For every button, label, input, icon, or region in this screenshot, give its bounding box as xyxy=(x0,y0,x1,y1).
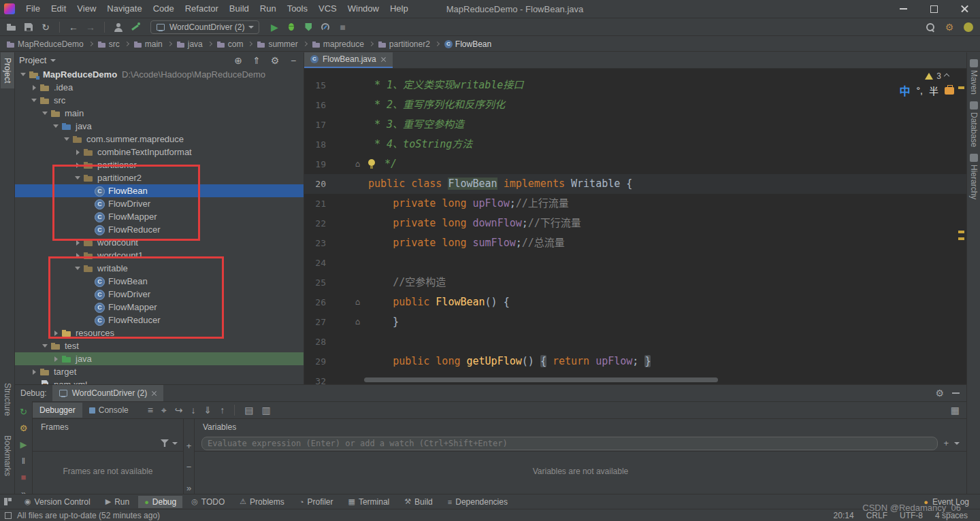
gutter[interactable] xyxy=(326,273,364,292)
evaluate-expression-input[interactable]: Evaluate expression (Enter) or add a wat… xyxy=(201,437,938,450)
expand-arrow-icon[interactable] xyxy=(30,84,38,92)
run-button[interactable]: ▶ xyxy=(268,21,280,33)
menu-vcs[interactable]: VCS xyxy=(313,0,342,18)
breadcrumb-item-src[interactable]: src xyxy=(98,39,120,49)
line-number[interactable]: 27 xyxy=(304,312,326,332)
expand-arrow-icon[interactable] xyxy=(74,174,82,182)
rerun-icon[interactable]: ↻ xyxy=(20,407,27,417)
hide-panel-icon[interactable]: − xyxy=(287,54,299,67)
menu-help[interactable]: Help xyxy=(385,0,414,18)
tree-item-pom-xml[interactable]: pom.xml xyxy=(15,378,304,384)
toolwindow-run[interactable]: ▶Run xyxy=(99,496,135,508)
line-number[interactable]: 26 xyxy=(304,292,326,312)
line-number[interactable]: 21 xyxy=(304,194,326,214)
tree-item-partitioner2[interactable]: partitioner2 xyxy=(15,171,304,184)
tree-item-com-summer-mapreduce[interactable]: com.summer.mapreduce xyxy=(15,133,304,146)
line-number[interactable]: 32 xyxy=(304,371,326,384)
toolwindow-event-log[interactable]: ● Event Log xyxy=(924,497,980,507)
breadcrumb-item-com[interactable]: com xyxy=(217,39,244,49)
encoding-selector[interactable]: UTF-8 xyxy=(900,511,923,520)
line-number[interactable]: 19 xyxy=(304,154,326,174)
menu-run[interactable]: Run xyxy=(255,0,282,18)
collapse-all-icon[interactable]: ⇑ xyxy=(250,54,263,67)
back-icon[interactable]: ← xyxy=(67,21,80,33)
project-view-select[interactable]: Project xyxy=(19,55,46,65)
indent-selector[interactable]: 4 spaces xyxy=(935,511,968,520)
close-button[interactable] xyxy=(949,0,980,18)
project-settings-icon[interactable]: ⚙ xyxy=(269,54,281,67)
step-into-icon[interactable]: ↓ xyxy=(191,405,196,416)
toolwindow-version-control[interactable]: ◉Version Control xyxy=(18,496,97,508)
add-watch-icon[interactable]: + xyxy=(943,438,949,448)
chevron-down-icon[interactable] xyxy=(954,442,960,445)
gutter[interactable] xyxy=(326,332,364,352)
line-number[interactable]: 18 xyxy=(304,135,326,154)
expand-arrow-icon[interactable] xyxy=(41,342,49,350)
breadcrumb-item-java[interactable]: java xyxy=(177,39,203,49)
close-session-icon[interactable] xyxy=(151,390,157,397)
menu-window[interactable]: Window xyxy=(342,0,385,18)
gutter[interactable]: ⌂ xyxy=(326,154,364,174)
tree-item-combinetextinputformat[interactable]: combineTextInputformat xyxy=(15,146,304,158)
tree-item-wordcount1[interactable]: wordcount1 xyxy=(15,249,304,262)
expand-arrow-icon[interactable] xyxy=(74,265,82,273)
warning-stripe-mark[interactable] xyxy=(958,237,964,240)
breadcrumb-item-mapreduce[interactable]: mapreduce xyxy=(312,39,364,49)
tree-item-java[interactable]: java xyxy=(15,352,304,365)
mute-breakpoints-icon[interactable]: ▥ xyxy=(262,405,271,416)
tab-debugger[interactable]: Debugger xyxy=(33,403,82,418)
expand-arrow-icon[interactable] xyxy=(74,161,82,169)
tab-console[interactable]: Console xyxy=(82,403,135,418)
expand-arrow-icon[interactable] xyxy=(30,97,38,105)
line-number[interactable]: 20 xyxy=(304,174,326,194)
step-over-icon[interactable]: ↪ xyxy=(175,405,183,416)
menu-navigate[interactable]: Navigate xyxy=(101,0,147,18)
line-number[interactable]: 24 xyxy=(304,253,326,273)
expand-arrow-icon[interactable] xyxy=(52,355,60,363)
chevron-down-icon[interactable] xyxy=(172,442,178,445)
hide-panel-icon[interactable] xyxy=(952,392,960,394)
toolwindow-dependencies[interactable]: ≡Dependencies xyxy=(442,496,514,508)
tab-flowbean-java[interactable]: FlowBean.java xyxy=(304,52,393,68)
run-configuration-select[interactable]: WordCountDriver (2) xyxy=(150,20,259,34)
tree-item-flowdriver[interactable]: FlowDriver xyxy=(15,288,304,301)
tree-item-flowreducer[interactable]: FlowReducer xyxy=(15,314,304,326)
menu-file[interactable]: File xyxy=(20,0,46,18)
inspections-widget[interactable]: 3 xyxy=(925,71,949,81)
profiler-button[interactable] xyxy=(319,21,331,33)
tree-item-flowmapper[interactable]: FlowMapper xyxy=(15,210,304,223)
gutter[interactable] xyxy=(326,75,364,95)
tool-button-project[interactable]: Project xyxy=(1,52,14,88)
toolwindow-debug[interactable]: ●Debug xyxy=(138,496,182,508)
tree-item-src[interactable]: src xyxy=(15,94,304,107)
coverage-button[interactable] xyxy=(302,21,314,33)
expand-arrow-icon[interactable] xyxy=(30,368,38,376)
tree-item-flowbean[interactable]: FlowBean xyxy=(15,184,304,197)
tool-windows-icon[interactable] xyxy=(4,498,12,505)
tree-item-mapreducedemo[interactable]: MapReduceDemoD:\Acode\Hadoop\MapReduceDe… xyxy=(15,68,304,81)
tool-button-maven[interactable]: Maven xyxy=(967,59,980,95)
code-editor[interactable]: 15 * 1、定义类实现writable接口16 * 2、重写序列化和反序列化1… xyxy=(304,69,966,384)
toolwindow-profiler[interactable]: ◔Profiler xyxy=(293,496,340,508)
toolwindow-problems[interactable]: ⚠Problems xyxy=(233,496,291,508)
expand-arrow-icon[interactable] xyxy=(52,122,60,131)
toolwindow-terminal[interactable]: ▦Terminal xyxy=(342,496,395,508)
force-step-into-icon[interactable]: ⇓ xyxy=(204,405,212,416)
intention-bulb-icon[interactable] xyxy=(368,159,376,169)
synchronize-icon[interactable]: ↻ xyxy=(39,21,52,33)
search-everywhere-icon[interactable] xyxy=(924,21,936,33)
expand-arrow-icon[interactable] xyxy=(41,110,49,118)
line-number[interactable]: 16 xyxy=(304,95,326,115)
debug-button[interactable] xyxy=(285,21,297,33)
gutter[interactable]: ⌂ xyxy=(326,312,364,332)
tree-item-main[interactable]: main xyxy=(15,107,304,120)
open-project-icon[interactable] xyxy=(5,21,18,33)
gutter[interactable] xyxy=(326,371,364,384)
more-watches-icon[interactable]: » xyxy=(186,483,191,493)
gutter[interactable]: ⌂ xyxy=(326,292,364,312)
settings-wrench-icon[interactable]: ⚙ xyxy=(20,423,28,433)
line-number[interactable]: 23 xyxy=(304,233,326,253)
save-all-icon[interactable] xyxy=(22,21,35,33)
tree-item-flowmapper[interactable]: FlowMapper xyxy=(15,301,304,314)
filter-funnel-icon[interactable] xyxy=(161,439,169,447)
